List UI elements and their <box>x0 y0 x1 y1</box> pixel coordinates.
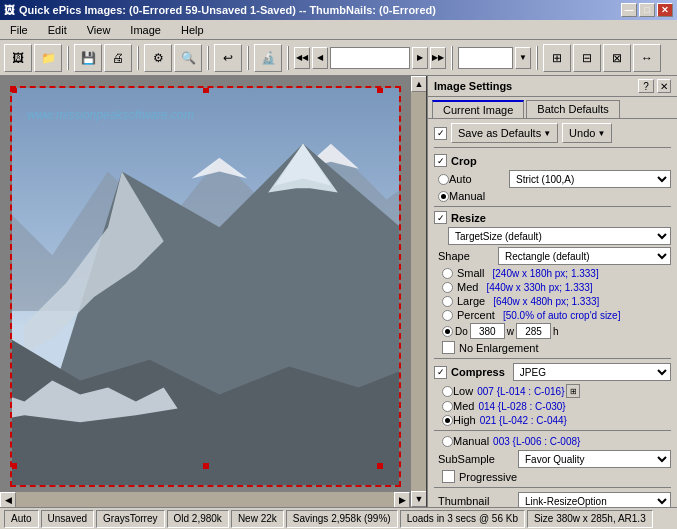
resize-manual-h-input[interactable] <box>516 323 551 339</box>
crop-center-top <box>203 87 209 93</box>
resize-percent-radio[interactable] <box>442 310 453 321</box>
compress-high-label: High <box>453 414 476 426</box>
nav-first-button[interactable]: ◀◀ <box>294 47 310 69</box>
toolbar-btn-9[interactable]: ⊞ <box>543 44 571 72</box>
resize-large-radio[interactable] <box>442 296 453 307</box>
crop-auto-row: Auto Strict (100,A) <box>434 170 671 188</box>
subsample-label: SubSample <box>438 453 518 465</box>
toolbar-sep-1 <box>67 46 69 70</box>
crop-checkbox[interactable]: ✓ <box>434 154 447 167</box>
settings-content: ✓ Save as Defaults ▼ Undo ▼ ✓ Crop <box>428 119 677 507</box>
toolbar-btn-4[interactable]: 🖨 <box>104 44 132 72</box>
nav-last-button[interactable]: ▶▶ <box>430 47 446 69</box>
scroll-up-button[interactable]: ▲ <box>411 76 427 92</box>
thumbnail-label: Thumbnail <box>438 495 518 507</box>
resize-med-radio[interactable] <box>442 282 453 293</box>
compress-checkbox[interactable]: ✓ <box>434 366 447 379</box>
crop-manual-label: Manual <box>449 190 485 202</box>
scroll-down-button[interactable]: ▼ <box>411 491 427 507</box>
tab-batch-defaults[interactable]: Batch Defaults <box>526 100 620 118</box>
resize-label: Resize <box>451 212 486 224</box>
menu-help[interactable]: Help <box>175 22 210 38</box>
crop-auto-radio[interactable] <box>438 174 449 185</box>
menu-image[interactable]: Image <box>124 22 167 38</box>
no-enlargement-row: No Enlargement <box>434 341 671 354</box>
compress-type-select[interactable]: JPEG <box>513 363 671 381</box>
toolbar-btn-6[interactable]: 🔍 <box>174 44 202 72</box>
toolbar-btn-7[interactable]: ↩ <box>214 44 242 72</box>
compress-low-radio[interactable] <box>442 386 453 397</box>
undo-arrow: ▼ <box>597 129 605 138</box>
thumbnail-row: Thumbnail Link-ResizeOption <box>434 492 671 507</box>
maximize-button[interactable]: □ <box>639 3 655 17</box>
resize-percent-label: Percent <box>457 309 495 321</box>
no-enlargement-checkbox[interactable] <box>442 341 455 354</box>
nav-next-button[interactable]: ▶ <box>412 47 428 69</box>
toolbar-btn-10[interactable]: ⊟ <box>573 44 601 72</box>
compress-low-value: 007 {L-014 : C-016} <box>477 386 564 397</box>
compress-low-edit-button[interactable]: ⊞ <box>566 384 580 398</box>
status-filename: GraysTorrey <box>96 510 164 528</box>
tab-current-image[interactable]: Current Image <box>432 100 524 118</box>
crop-manual-radio[interactable] <box>438 191 449 202</box>
toolbar-btn-1[interactable]: 🖼 <box>4 44 32 72</box>
resize-manual-w-input[interactable] <box>470 323 505 339</box>
resize-small-radio[interactable] <box>442 268 453 279</box>
crop-corner-br <box>377 463 383 469</box>
title-bar: 🖼 Quick ePics Images: (0-Errored 59-Unsa… <box>0 0 677 20</box>
compress-manual-radio[interactable] <box>442 436 453 447</box>
scroll-left-button[interactable]: ◀ <box>0 492 16 507</box>
save-defaults-button[interactable]: Save as Defaults ▼ <box>451 123 558 143</box>
undo-button[interactable]: Undo ▼ <box>562 123 612 143</box>
crop-center-bottom <box>203 463 209 469</box>
resize-type-select[interactable]: TargetSize (default) <box>448 227 671 245</box>
zoom-dropdown-button[interactable]: ▼ <box>515 47 531 69</box>
mountain-scene: www.missionpeaksoftware.com <box>12 88 399 485</box>
compress-med-radio[interactable] <box>442 401 453 412</box>
app-icon: 🖼 <box>4 4 15 16</box>
crop-section: ✓ Crop Auto Strict (100,A) Manual <box>434 154 671 202</box>
save-defaults-checkbox[interactable]: ✓ <box>434 127 447 140</box>
crop-auto-select[interactable]: Strict (100,A) <box>509 170 671 188</box>
nav-prev-button[interactable]: ◀ <box>312 47 328 69</box>
settings-toolbar: ✓ Save as Defaults ▼ Undo ▼ <box>434 123 671 148</box>
toolbar-btn-3[interactable]: 💾 <box>74 44 102 72</box>
minimize-button[interactable]: — <box>621 3 637 17</box>
zoom-input[interactable]: 100% <box>458 47 513 69</box>
toolbar-btn-2[interactable]: 📁 <box>34 44 62 72</box>
menu-view[interactable]: View <box>81 22 117 38</box>
compress-manual-value: 003 {L-006 : C-008} <box>493 436 580 447</box>
resize-checkbox[interactable]: ✓ <box>434 211 447 224</box>
compress-high-value: 021 {L-042 : C-044} <box>480 415 567 426</box>
help-button[interactable]: ? <box>638 79 654 93</box>
thumbnail-select[interactable]: Link-ResizeOption <box>518 492 671 507</box>
resize-shape-select[interactable]: Rectangle (default) <box>498 247 671 265</box>
no-enlargement-label: No Enlargement <box>459 342 539 354</box>
toolbar-btn-5[interactable]: ⚙ <box>144 44 172 72</box>
resize-manual-row: Do w h <box>434 323 671 339</box>
resize-manual-radio[interactable] <box>442 326 453 337</box>
scroll-track-v[interactable] <box>411 92 426 491</box>
menu-file[interactable]: File <box>4 22 34 38</box>
horizontal-scrollbar: ◀ ▶ <box>0 491 410 507</box>
compress-header: ✓ Compress JPEG <box>434 363 671 381</box>
toolbar-btn-12[interactable]: ↔ <box>633 44 661 72</box>
panel-close-button[interactable]: ✕ <box>657 79 671 93</box>
resize-type-row: TargetSize (default) <box>434 227 671 245</box>
crop-corner-bl <box>11 463 17 469</box>
scroll-right-button[interactable]: ▶ <box>394 492 410 507</box>
toolbar-btn-8[interactable]: 🔬 <box>254 44 282 72</box>
nav-position-input[interactable]: 2 of 60 <box>330 47 410 69</box>
toolbar-sep-6 <box>451 46 453 70</box>
panel-header: Image Settings ? ✕ <box>428 76 677 97</box>
compress-high-radio[interactable] <box>442 415 453 426</box>
status-save-state: Unsaved <box>41 510 94 528</box>
toolbar-btn-11[interactable]: ⊠ <box>603 44 631 72</box>
menu-edit[interactable]: Edit <box>42 22 73 38</box>
close-button[interactable]: ✕ <box>657 3 673 17</box>
crop-corner-tl <box>11 87 17 93</box>
subsample-select[interactable]: Favor Quality <box>518 450 671 468</box>
scroll-track-h[interactable] <box>16 492 394 507</box>
compress-label: Compress <box>451 366 505 378</box>
progressive-checkbox[interactable] <box>442 470 455 483</box>
